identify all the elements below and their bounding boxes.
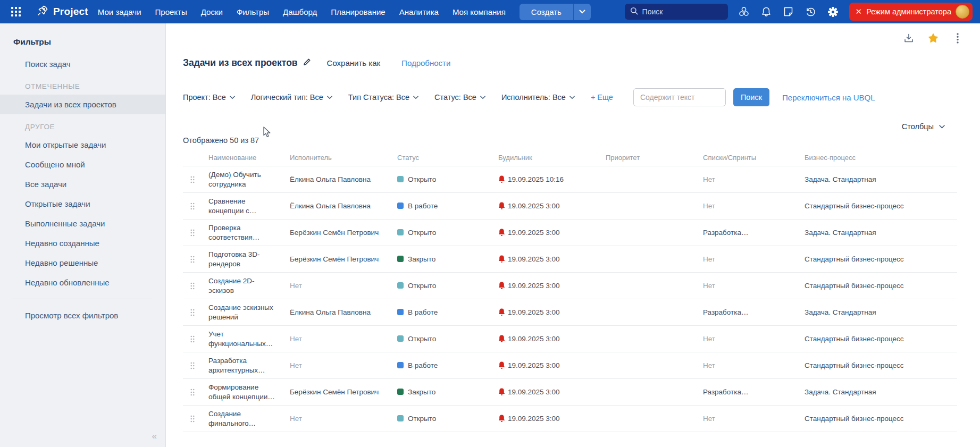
global-search[interactable] <box>625 4 728 20</box>
column-header[interactable]: Наименование <box>202 154 283 162</box>
drag-handle[interactable] <box>183 389 202 396</box>
table-row[interactable]: Создание эскизных решенийЁлкина Ольга Па… <box>183 299 957 326</box>
app-logo[interactable]: Project <box>36 4 88 19</box>
status-cell: Открыто <box>391 228 492 237</box>
nav-item[interactable]: Фильтры <box>237 7 269 16</box>
table-row[interactable]: Разработка архитектурных…НетВ работе19.0… <box>183 352 957 379</box>
drag-handle[interactable] <box>183 362 202 369</box>
drag-handle-icon[interactable] <box>190 229 195 237</box>
sidebar-collapse-button[interactable]: « <box>152 431 156 442</box>
sidebar-item[interactable]: Все задачи <box>0 174 165 194</box>
sidebar-item[interactable]: Мои открытые задачи <box>0 135 165 155</box>
drag-handle[interactable] <box>183 203 202 210</box>
favorite-star-icon[interactable] <box>927 32 940 45</box>
switch-to-ubql-link[interactable]: Переключиться на UBQL <box>782 93 875 102</box>
sidebar-item[interactable]: Задачи из всех проектов <box>0 95 165 114</box>
column-header[interactable]: Бизнес-процесс <box>798 154 957 162</box>
table-row[interactable]: Формирование общей концепции…Берёзкин Се… <box>183 379 957 406</box>
download-icon[interactable] <box>902 32 915 45</box>
filter-chip[interactable]: Исполнитель: Все <box>501 93 575 102</box>
task-name-cell[interactable]: (Демо) Обучить сотрудника <box>202 170 283 189</box>
drag-handle-icon[interactable] <box>190 362 195 369</box>
apps-grid-icon[interactable] <box>6 2 26 21</box>
drag-handle[interactable] <box>183 282 202 290</box>
drag-handle-icon[interactable] <box>190 256 195 263</box>
sidebar-item-search-tasks[interactable]: Поиск задач <box>0 54 165 74</box>
close-icon[interactable]: ✕ <box>856 7 862 16</box>
task-name-cell[interactable]: Создание эскизных решений <box>202 303 283 322</box>
table-row[interactable]: Создание финального…НетОткрыто19.09.2025… <box>183 406 957 432</box>
contains-text-input[interactable] <box>633 88 726 106</box>
column-header[interactable]: Будильник <box>492 154 599 162</box>
kebab-menu-icon[interactable] <box>951 32 964 45</box>
sidebar-item[interactable]: Недавно обновленные <box>0 273 165 292</box>
drag-handle-icon[interactable] <box>190 176 195 183</box>
drag-handle-icon[interactable] <box>190 309 195 316</box>
notifications-bell-icon[interactable] <box>760 5 773 18</box>
drag-handle[interactable] <box>183 176 202 183</box>
notes-icon[interactable] <box>782 5 795 18</box>
column-header[interactable]: Статус <box>391 154 492 162</box>
table-row[interactable]: Сравнение концепции с…Ёлкина Ольга Павло… <box>183 193 957 220</box>
filter-chip[interactable]: Логический тип: Все <box>251 93 332 102</box>
task-name-cell[interactable]: Проверка соответствия… <box>202 223 283 242</box>
save-as-button[interactable]: Сохранить как <box>327 58 381 68</box>
sidebar-item[interactable]: Открытые задачи <box>0 194 165 214</box>
search-input[interactable] <box>642 7 717 16</box>
nav-item[interactable]: Проекты <box>155 7 187 16</box>
nav-item[interactable]: Аналитика <box>399 7 439 16</box>
drag-handle[interactable] <box>183 415 202 423</box>
filter-chip[interactable]: Статус: Все <box>434 93 485 102</box>
drag-handle-icon[interactable] <box>190 203 195 210</box>
drag-handle[interactable] <box>183 229 202 237</box>
task-name-cell[interactable]: Создание 2D-эскизов <box>202 276 283 295</box>
search-button[interactable]: Поиск <box>733 88 769 106</box>
history-icon[interactable] <box>805 5 817 18</box>
table-row[interactable]: (Демо) Обучить сотрудникаЁлкина Ольга Па… <box>183 166 957 193</box>
drag-handle[interactable] <box>183 256 202 263</box>
create-button[interactable]: Создать <box>520 4 591 20</box>
nav-item[interactable]: Дашборд <box>283 7 317 16</box>
table-row[interactable]: Учет функциональных…НетОткрыто19.09.2025… <box>183 326 957 352</box>
task-name-cell[interactable]: Создание финального… <box>202 409 283 428</box>
drag-handle-icon[interactable] <box>190 335 195 343</box>
drag-handle[interactable] <box>183 309 202 316</box>
task-name-cell[interactable]: Разработка архитектурных… <box>202 356 283 375</box>
table-row[interactable]: Проверка соответствия…Берёзкин Семён Пет… <box>183 220 957 246</box>
nav-item[interactable]: Моя компания <box>453 7 506 16</box>
create-button-label[interactable]: Создать <box>520 4 573 20</box>
drag-handle-icon[interactable] <box>190 389 195 396</box>
nav-item[interactable]: Мои задачи <box>98 7 141 16</box>
column-header[interactable]: Приоритет <box>599 154 697 162</box>
columns-dropdown[interactable]: Столбцы <box>902 122 945 131</box>
task-name-cell[interactable]: Учет функциональных… <box>202 330 283 348</box>
user-avatar[interactable] <box>956 5 969 19</box>
sidebar-item[interactable]: Недавно решенные <box>0 253 165 273</box>
admin-mode-button[interactable]: ✕ Режим администратора <box>849 3 973 21</box>
table-row[interactable]: Создание 2D-эскизовНетОткрыто19.09.2025 … <box>183 273 957 299</box>
filter-chip[interactable]: Проект: Все <box>183 93 235 102</box>
edit-pencil-icon[interactable] <box>303 58 311 68</box>
drag-handle[interactable] <box>183 335 202 343</box>
nav-item[interactable]: Доски <box>201 7 223 16</box>
task-name-cell[interactable]: Сравнение концепции с… <box>202 197 283 215</box>
column-header[interactable]: Исполнитель <box>283 154 391 162</box>
more-filters-link[interactable]: + Еще <box>591 93 613 102</box>
details-link[interactable]: Подробности <box>401 58 450 68</box>
column-header[interactable]: Списки/Спринты <box>697 154 798 162</box>
drag-handle-icon[interactable] <box>190 282 195 290</box>
integrations-icon[interactable] <box>738 5 750 18</box>
sidebar-item-view-all-filters[interactable]: Просмотр всех фильтров <box>0 306 165 325</box>
assignee-cell: Берёзкин Семён Петрович <box>283 387 391 397</box>
task-name-cell[interactable]: Подготовка 3D-рендеров <box>202 250 283 268</box>
settings-gear-icon[interactable] <box>827 5 840 18</box>
task-name-cell[interactable]: Формирование общей концепции… <box>202 383 283 401</box>
filter-chip[interactable]: Тип Статуса: Все <box>348 93 418 102</box>
sidebar-item[interactable]: Сообщено мной <box>0 155 165 174</box>
create-dropdown-caret[interactable] <box>573 4 591 20</box>
drag-handle-icon[interactable] <box>190 415 195 423</box>
sidebar-item[interactable]: Недавно созданные <box>0 233 165 253</box>
nav-item[interactable]: Планирование <box>331 7 385 16</box>
sidebar-item[interactable]: Выполненные задачи <box>0 214 165 233</box>
table-row[interactable]: Подготовка 3D-рендеровБерёзкин Семён Пет… <box>183 246 957 273</box>
